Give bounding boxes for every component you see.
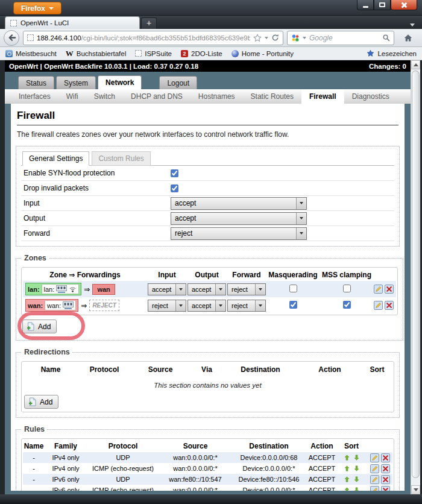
bookmarks-menu-button[interactable]: Lesezeichen xyxy=(367,49,417,57)
edit-icon[interactable] xyxy=(374,301,383,310)
wikipedia-icon: W xyxy=(66,50,74,57)
edit-icon[interactable] xyxy=(370,475,379,484)
chevron-down-icon xyxy=(255,300,265,311)
drop-invalid-row: Drop invalid packets xyxy=(21,181,394,196)
url-bar[interactable]: 188.246.4.100/cgi-bin/luci/;stok=f86bad6… xyxy=(23,31,283,45)
lan-masquerading-checkbox[interactable] xyxy=(289,285,297,292)
sort-up-icon[interactable] xyxy=(344,476,350,482)
tab-hostnames[interactable]: Hostnames xyxy=(191,89,243,104)
scroll-down-button[interactable] xyxy=(411,485,420,494)
list-all-tabs-icon[interactable] xyxy=(410,24,415,27)
tab-diagnostics[interactable]: Diagnostics xyxy=(344,89,397,104)
bookmark-most-visited[interactable]: Meistbesucht xyxy=(5,50,57,57)
delete-icon[interactable] xyxy=(381,464,390,473)
delete-icon[interactable] xyxy=(385,301,394,310)
output-policy-select[interactable]: accept xyxy=(171,212,307,225)
tab-wifi[interactable]: Wifi xyxy=(58,89,86,104)
edit-icon[interactable] xyxy=(370,464,379,473)
scroll-up-button[interactable] xyxy=(411,60,420,69)
tab-network[interactable]: Network xyxy=(98,75,142,89)
redirections-section: Redirections Name Protocol Source Via De… xyxy=(16,348,400,418)
tab-switch[interactable]: Switch xyxy=(86,89,123,104)
sort-down-icon[interactable] xyxy=(354,476,359,482)
forward-policy-select[interactable]: reject xyxy=(171,227,307,240)
lan-forward-select[interactable]: reject xyxy=(227,283,266,295)
sort-down-icon[interactable] xyxy=(354,455,359,461)
edit-icon[interactable] xyxy=(370,453,379,462)
tab-interfaces[interactable]: Interfaces xyxy=(11,89,58,104)
input-policy-row: Input accept xyxy=(21,196,394,211)
wan-forward-select[interactable]: reject xyxy=(227,300,266,312)
lesezeichen-star-icon xyxy=(367,49,374,57)
minimize-icon xyxy=(363,6,368,8)
drop-invalid-checkbox[interactable] xyxy=(171,184,178,192)
scrollbar-track[interactable] xyxy=(411,69,420,485)
wan-input-select[interactable]: reject xyxy=(148,300,186,312)
zone-wan-badge: wan: wan: xyxy=(25,299,78,312)
search-icon[interactable] xyxy=(382,34,390,42)
lan-mss-clamping-checkbox[interactable] xyxy=(343,285,351,292)
tab-static-routes[interactable]: Static Routes xyxy=(243,89,301,104)
window-controls xyxy=(357,0,417,10)
tab-system[interactable]: System xyxy=(56,76,96,89)
sort-up-icon[interactable] xyxy=(344,455,350,461)
wan-mss-clamping-checkbox[interactable] xyxy=(343,301,351,309)
edit-icon[interactable] xyxy=(370,486,379,491)
sort-down-icon[interactable] xyxy=(354,465,359,471)
edit-icon[interactable] xyxy=(374,285,383,294)
tab-firewall[interactable]: Firewall xyxy=(301,89,344,104)
syn-flood-checkbox[interactable] xyxy=(171,169,178,177)
back-button[interactable] xyxy=(4,30,19,46)
maximize-button[interactable] xyxy=(374,0,391,10)
firefox-menu-button[interactable]: Firefox xyxy=(13,2,61,14)
scrollbar-thumb[interactable] xyxy=(412,71,420,478)
input-policy-label: Input xyxy=(21,199,171,207)
zone-wan-destination: REJECT xyxy=(89,300,119,311)
url-dropdown-icon[interactable] xyxy=(265,37,268,39)
rules-header-row: Name Family Protocol Source Destination … xyxy=(23,440,392,452)
tab-title: OpenWrt - LuCI xyxy=(20,19,69,27)
browser-tab[interactable]: OpenWrt - LuCI xyxy=(5,16,140,29)
ethernet-icon xyxy=(63,301,74,309)
wan-output-select[interactable]: accept xyxy=(187,300,226,312)
wan-masquerading-checkbox[interactable] xyxy=(289,301,297,309)
new-tab-button[interactable]: + xyxy=(141,17,157,29)
bookmark-star-icon[interactable] xyxy=(253,34,262,42)
home-button[interactable] xyxy=(398,30,418,46)
bookmark-wikipedia[interactable]: W Buchstabiertafel xyxy=(66,50,126,57)
bookmark-home-portunity[interactable]: Home - Portunity xyxy=(231,50,294,57)
input-policy-select[interactable]: accept xyxy=(171,197,307,210)
redirections-add-button[interactable]: Add xyxy=(24,395,58,409)
lan-output-select[interactable]: accept xyxy=(187,283,226,295)
vertical-scrollbar[interactable] xyxy=(411,60,420,494)
zones-add-button[interactable]: Add xyxy=(22,320,57,333)
zone-wan-network: wan: xyxy=(45,300,76,310)
delete-icon[interactable] xyxy=(381,453,390,462)
firefox-menu-label: Firefox xyxy=(21,4,45,13)
zones-legend: Zones xyxy=(22,254,49,262)
sort-up-icon[interactable] xyxy=(344,465,350,471)
lan-input-select[interactable]: accept xyxy=(148,283,186,295)
redirections-legend: Redirections xyxy=(22,348,72,356)
tab-logout[interactable]: Logout xyxy=(159,76,197,89)
reload-icon[interactable] xyxy=(271,34,279,42)
chevron-down-icon xyxy=(175,300,186,311)
sort-up-icon[interactable] xyxy=(344,487,350,491)
bookmark-ispsuite[interactable]: ISPSuite xyxy=(135,50,172,57)
delete-icon[interactable] xyxy=(381,475,390,484)
zone-row-wan: wan: wan: ⇒ REJECT reject xyxy=(23,297,396,313)
close-button[interactable] xyxy=(391,0,417,10)
sort-down-icon[interactable] xyxy=(354,487,359,491)
search-engine-dropdown-icon[interactable] xyxy=(303,37,306,39)
minimize-button[interactable] xyxy=(357,0,374,10)
bookmark-2do-liste[interactable]: 2 2DO-Liste xyxy=(181,50,222,57)
delete-icon[interactable] xyxy=(381,486,390,491)
delete-icon[interactable] xyxy=(385,285,394,294)
changes-indicator[interactable]: Changes: 0 xyxy=(369,63,406,70)
tab-custom-rules[interactable]: Custom Rules xyxy=(92,151,150,166)
zones-header-row: Zone ⇒ Forwardings Input Output Forward … xyxy=(23,269,396,281)
tab-status[interactable]: Status xyxy=(18,76,54,89)
tab-dhcp-and-dns[interactable]: DHCP and DNS xyxy=(123,89,191,104)
tab-general-settings[interactable]: General Settings xyxy=(22,151,89,166)
search-box[interactable]: Google xyxy=(287,31,394,45)
